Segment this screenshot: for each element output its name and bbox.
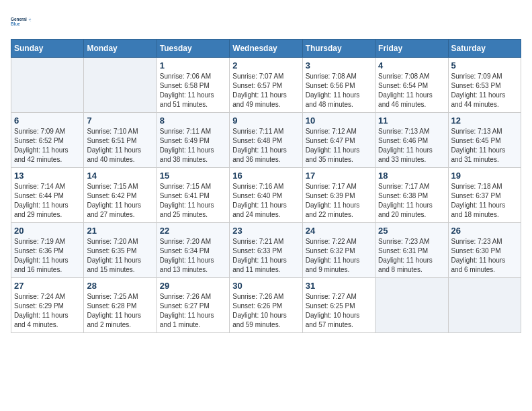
calendar-cell — [375, 278, 448, 333]
calendar-cell — [448, 278, 521, 333]
calendar-cell: 18Sunrise: 7:17 AM Sunset: 6:38 PM Dayli… — [375, 168, 448, 223]
logo: GeneralBlue — [11, 11, 32, 32]
day-number: 6 — [14, 116, 81, 126]
calendar-cell: 14Sunrise: 7:15 AM Sunset: 6:42 PM Dayli… — [84, 168, 157, 223]
calendar-cell: 3Sunrise: 7:08 AM Sunset: 6:56 PM Daylig… — [302, 58, 375, 113]
day-info: Sunrise: 7:20 AM Sunset: 6:34 PM Dayligh… — [160, 237, 226, 275]
weekday-header-row: SundayMondayTuesdayWednesdayThursdayFrid… — [11, 40, 521, 58]
day-info: Sunrise: 7:17 AM Sunset: 6:38 PM Dayligh… — [378, 182, 445, 220]
day-info: Sunrise: 7:13 AM Sunset: 6:46 PM Dayligh… — [378, 127, 445, 165]
day-info: Sunrise: 7:26 AM Sunset: 6:26 PM Dayligh… — [232, 292, 299, 330]
weekday-tuesday: Tuesday — [157, 40, 229, 58]
calendar-cell: 8Sunrise: 7:11 AM Sunset: 6:49 PM Daylig… — [157, 113, 229, 168]
calendar-cell: 26Sunrise: 7:23 AM Sunset: 6:30 PM Dayli… — [448, 223, 521, 278]
day-number: 27 — [14, 281, 81, 291]
day-info: Sunrise: 7:19 AM Sunset: 6:36 PM Dayligh… — [14, 237, 81, 275]
week-row-4: 20Sunrise: 7:19 AM Sunset: 6:36 PM Dayli… — [11, 223, 521, 278]
day-number: 15 — [160, 171, 226, 181]
weekday-thursday: Thursday — [302, 40, 375, 58]
day-number: 21 — [87, 226, 153, 236]
calendar-cell: 5Sunrise: 7:09 AM Sunset: 6:53 PM Daylig… — [448, 58, 521, 113]
week-row-1: 1Sunrise: 7:06 AM Sunset: 6:58 PM Daylig… — [11, 58, 521, 113]
calendar-cell: 25Sunrise: 7:23 AM Sunset: 6:31 PM Dayli… — [375, 223, 448, 278]
calendar-cell — [84, 58, 157, 113]
day-info: Sunrise: 7:24 AM Sunset: 6:29 PM Dayligh… — [14, 292, 81, 330]
page-header: GeneralBlue — [11, 11, 521, 32]
calendar-cell: 21Sunrise: 7:20 AM Sunset: 6:35 PM Dayli… — [84, 223, 157, 278]
calendar-cell: 16Sunrise: 7:16 AM Sunset: 6:40 PM Dayli… — [230, 168, 302, 223]
weekday-sunday: Sunday — [11, 40, 84, 58]
calendar-cell: 29Sunrise: 7:26 AM Sunset: 6:27 PM Dayli… — [157, 278, 229, 333]
calendar-cell: 12Sunrise: 7:13 AM Sunset: 6:45 PM Dayli… — [448, 113, 521, 168]
day-number: 22 — [160, 226, 226, 236]
day-info: Sunrise: 7:08 AM Sunset: 6:54 PM Dayligh… — [378, 72, 445, 109]
svg-marker-2 — [28, 17, 31, 22]
day-info: Sunrise: 7:20 AM Sunset: 6:35 PM Dayligh… — [87, 237, 153, 275]
calendar-cell: 22Sunrise: 7:20 AM Sunset: 6:34 PM Dayli… — [157, 223, 229, 278]
calendar-cell: 2Sunrise: 7:07 AM Sunset: 6:57 PM Daylig… — [230, 58, 302, 113]
day-info: Sunrise: 7:09 AM Sunset: 6:53 PM Dayligh… — [451, 72, 518, 109]
day-number: 25 — [378, 226, 445, 236]
calendar-cell: 19Sunrise: 7:18 AM Sunset: 6:37 PM Dayli… — [448, 168, 521, 223]
calendar-cell: 23Sunrise: 7:21 AM Sunset: 6:33 PM Dayli… — [230, 223, 302, 278]
day-info: Sunrise: 7:15 AM Sunset: 6:41 PM Dayligh… — [160, 182, 226, 220]
day-info: Sunrise: 7:08 AM Sunset: 6:56 PM Dayligh… — [306, 72, 372, 109]
day-number: 23 — [232, 226, 299, 236]
calendar-cell: 27Sunrise: 7:24 AM Sunset: 6:29 PM Dayli… — [11, 278, 84, 333]
day-number: 14 — [87, 171, 153, 181]
day-info: Sunrise: 7:13 AM Sunset: 6:45 PM Dayligh… — [451, 127, 518, 165]
day-number: 12 — [451, 116, 518, 126]
day-info: Sunrise: 7:21 AM Sunset: 6:33 PM Dayligh… — [232, 237, 299, 275]
day-info: Sunrise: 7:09 AM Sunset: 6:52 PM Dayligh… — [14, 127, 81, 165]
svg-text:Blue: Blue — [11, 21, 20, 26]
calendar-table: SundayMondayTuesdayWednesdayThursdayFrid… — [11, 39, 521, 333]
day-number: 26 — [451, 226, 518, 236]
weekday-saturday: Saturday — [448, 40, 521, 58]
day-info: Sunrise: 7:16 AM Sunset: 6:40 PM Dayligh… — [232, 182, 299, 220]
weekday-wednesday: Wednesday — [230, 40, 302, 58]
day-info: Sunrise: 7:11 AM Sunset: 6:48 PM Dayligh… — [232, 127, 299, 165]
calendar-cell — [11, 58, 84, 113]
day-info: Sunrise: 7:18 AM Sunset: 6:37 PM Dayligh… — [451, 182, 518, 220]
day-number: 7 — [87, 116, 153, 126]
day-number: 24 — [306, 226, 372, 236]
calendar-cell: 10Sunrise: 7:12 AM Sunset: 6:47 PM Dayli… — [302, 113, 375, 168]
calendar-cell: 31Sunrise: 7:27 AM Sunset: 6:25 PM Dayli… — [302, 278, 375, 333]
day-info: Sunrise: 7:22 AM Sunset: 6:32 PM Dayligh… — [306, 237, 372, 275]
day-info: Sunrise: 7:11 AM Sunset: 6:49 PM Dayligh… — [160, 127, 226, 165]
weekday-friday: Friday — [375, 40, 448, 58]
calendar-cell: 24Sunrise: 7:22 AM Sunset: 6:32 PM Dayli… — [302, 223, 375, 278]
day-number: 29 — [160, 281, 226, 291]
day-info: Sunrise: 7:14 AM Sunset: 6:44 PM Dayligh… — [14, 182, 81, 220]
calendar-cell: 9Sunrise: 7:11 AM Sunset: 6:48 PM Daylig… — [230, 113, 302, 168]
day-info: Sunrise: 7:25 AM Sunset: 6:28 PM Dayligh… — [87, 292, 153, 330]
day-info: Sunrise: 7:06 AM Sunset: 6:58 PM Dayligh… — [160, 72, 226, 109]
day-number: 4 — [378, 60, 445, 71]
calendar-cell: 30Sunrise: 7:26 AM Sunset: 6:26 PM Dayli… — [230, 278, 302, 333]
day-number: 8 — [160, 116, 226, 126]
day-info: Sunrise: 7:27 AM Sunset: 6:25 PM Dayligh… — [306, 292, 372, 330]
day-number: 30 — [232, 281, 299, 291]
svg-text:General: General — [11, 17, 27, 21]
calendar-cell: 11Sunrise: 7:13 AM Sunset: 6:46 PM Dayli… — [375, 113, 448, 168]
day-number: 10 — [306, 116, 372, 126]
day-number: 16 — [232, 171, 299, 181]
calendar-cell: 17Sunrise: 7:17 AM Sunset: 6:39 PM Dayli… — [302, 168, 375, 223]
calendar-cell: 20Sunrise: 7:19 AM Sunset: 6:36 PM Dayli… — [11, 223, 84, 278]
calendar-cell: 15Sunrise: 7:15 AM Sunset: 6:41 PM Dayli… — [157, 168, 229, 223]
day-number: 9 — [232, 116, 299, 126]
day-number: 17 — [306, 171, 372, 181]
week-row-5: 27Sunrise: 7:24 AM Sunset: 6:29 PM Dayli… — [11, 278, 521, 333]
day-number: 5 — [451, 60, 518, 71]
day-info: Sunrise: 7:15 AM Sunset: 6:42 PM Dayligh… — [87, 182, 153, 220]
calendar-body: 1Sunrise: 7:06 AM Sunset: 6:58 PM Daylig… — [11, 58, 521, 333]
weekday-monday: Monday — [84, 40, 157, 58]
day-info: Sunrise: 7:26 AM Sunset: 6:27 PM Dayligh… — [160, 292, 226, 330]
day-number: 1 — [160, 60, 226, 71]
day-number: 13 — [14, 171, 81, 181]
day-number: 31 — [306, 281, 372, 291]
calendar-cell: 7Sunrise: 7:10 AM Sunset: 6:51 PM Daylig… — [84, 113, 157, 168]
day-number: 3 — [306, 60, 372, 71]
calendar-cell: 6Sunrise: 7:09 AM Sunset: 6:52 PM Daylig… — [11, 113, 84, 168]
day-number: 11 — [378, 116, 445, 126]
